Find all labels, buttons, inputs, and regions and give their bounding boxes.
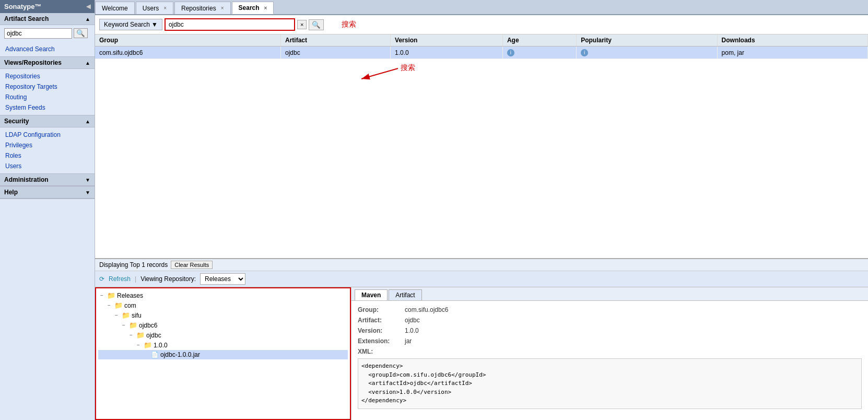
tree-node-ojdbc[interactable]: − 📁 ojdbc <box>98 330 348 340</box>
tree-expander-sifu: − <box>113 312 120 318</box>
help-arrow: ▼ <box>85 190 90 195</box>
privileges-link[interactable]: Privileges <box>0 140 95 150</box>
detail-tab-artifact-label: Artifact <box>395 291 415 299</box>
viewing-label: Viewing Repository: <box>140 275 196 283</box>
tree-folder-icon-100: 📁 <box>144 341 152 349</box>
app-title-bar: Sonatype™ ◀ <box>0 0 95 13</box>
artifact-search-go-button[interactable]: 🔍 <box>74 28 88 38</box>
results-table: Group Artifact Version Age Popularity Do… <box>95 34 868 59</box>
tree-expander-100: − <box>135 342 142 348</box>
artifact-search-header[interactable]: Artifact Search ▲ <box>0 13 95 25</box>
security-header[interactable]: Security ▲ <box>0 115 95 127</box>
status-bar: Displaying Top 1 records Clear Results <box>95 259 868 271</box>
tree-node-releases[interactable]: − 📁 Releases <box>98 290 348 300</box>
xml-content: <dependency> <groupId>com.sifu.ojdbc6</g… <box>361 362 858 405</box>
results-area: Group Artifact Version Age Popularity Do… <box>95 34 868 258</box>
svg-line-1 <box>361 68 398 79</box>
tab-search-close-icon[interactable]: × <box>264 5 267 11</box>
administration-label: Administration <box>4 176 49 183</box>
detail-group-label: Group: <box>358 306 405 313</box>
tree-node-100[interactable]: − 📁 1.0.0 <box>98 340 348 350</box>
sidebar-collapse-icon[interactable]: ◀ <box>86 3 90 10</box>
detail-tab-maven-label: Maven <box>361 291 381 299</box>
cell-age: i <box>502 46 576 59</box>
bottom-content: − 📁 Releases − 📁 com − 📁 sifu <box>95 287 868 420</box>
views-repos-label: Views/Repositories <box>4 59 62 66</box>
tree-label-ojdbc: ojdbc <box>146 332 161 339</box>
tab-repositories-close-icon[interactable]: × <box>221 5 224 11</box>
roles-link[interactable]: Roles <box>0 150 95 161</box>
bottom-toolbar: ⟳ Refresh | Viewing Repository: Releases… <box>95 271 868 287</box>
repository-targets-link[interactable]: Repository Targets <box>0 81 95 92</box>
keyword-search-input[interactable] <box>165 18 295 31</box>
repositories-link[interactable]: Repositories <box>0 71 95 81</box>
views-repos-arrow: ▲ <box>85 60 90 66</box>
repo-select[interactable]: Releases Snapshots All <box>200 273 245 285</box>
detail-artifact-label: Artifact: <box>358 317 405 324</box>
detail-panel: Maven Artifact Group: com.sifu.ojdbc6 Ar… <box>351 287 868 420</box>
detail-row-extension: Extension: jar <box>358 337 862 345</box>
help-header[interactable]: Help ▼ <box>0 186 95 199</box>
detail-tab-bar: Maven Artifact <box>351 287 868 301</box>
system-feeds-link[interactable]: System Feeds <box>0 102 95 113</box>
tab-bar: Welcome Users × Repositories × Search × <box>95 0 868 15</box>
security-links: LDAP Configuration Privileges Roles User… <box>0 127 95 173</box>
search-clear-button[interactable]: × <box>297 20 307 29</box>
detail-extension-label: Extension: <box>358 337 405 345</box>
tree-file-icon-jar: 📄 <box>151 351 159 358</box>
views-repos-header[interactable]: Views/Repositories ▲ <box>0 57 95 69</box>
tab-users-close-icon[interactable]: × <box>163 5 167 11</box>
artifact-search-input[interactable] <box>4 28 72 39</box>
app-title: Sonatype™ <box>4 3 42 10</box>
cell-artifact: ojdbc <box>281 46 391 59</box>
displaying-text: Displaying Top 1 records <box>99 261 168 269</box>
toolbar-separator: | <box>135 275 136 283</box>
administration-header[interactable]: Administration ▼ <box>0 174 95 186</box>
tree-expander-com: − <box>105 302 113 308</box>
search-go-button[interactable]: 🔍 <box>309 19 324 30</box>
tab-users[interactable]: Users × <box>136 2 173 14</box>
keyword-search-button[interactable]: Keyword Search ▼ <box>99 19 162 30</box>
detail-tab-artifact[interactable]: Artifact <box>389 289 421 300</box>
sidebar: Sonatype™ ◀ Artifact Search ▲ 🔍 Advanced… <box>0 0 95 420</box>
search-bar: Keyword Search ▼ × 🔍 搜索 <box>95 15 868 34</box>
detail-tab-maven[interactable]: Maven <box>355 289 388 300</box>
refresh-label[interactable]: Refresh <box>109 275 131 283</box>
artifact-search-links: Advanced Search <box>0 42 95 56</box>
col-artifact: Artifact <box>281 34 391 46</box>
tree-folder-icon-com: 📁 <box>114 301 123 309</box>
cell-popularity: i <box>577 46 717 59</box>
tree-folder-icon-ojdbc6: 📁 <box>129 321 137 329</box>
tree-node-sifu[interactable]: − 📁 sifu <box>98 310 348 320</box>
tree-node-ojdbc6[interactable]: − 📁 ojdbc6 <box>98 320 348 330</box>
tab-repositories[interactable]: Repositories × <box>174 2 231 14</box>
tree-node-jar[interactable]: 📄 ojdbc-1.0.0.jar <box>98 350 348 359</box>
search-arrow-annotation: 搜索 <box>356 66 419 88</box>
popularity-info-icon[interactable]: i <box>581 49 588 56</box>
tree-folder-icon-ojdbc: 📁 <box>136 331 145 339</box>
keyword-search-label: Keyword Search <box>104 21 150 28</box>
detail-xml-label: XML: <box>358 348 405 355</box>
col-downloads: Downloads <box>717 34 867 46</box>
detail-content: Group: com.sifu.ojdbc6 Artifact: ojdbc V… <box>351 301 868 414</box>
tab-search[interactable]: Search × <box>232 2 274 14</box>
refresh-icon[interactable]: ⟳ <box>99 275 104 283</box>
age-info-icon[interactable]: i <box>507 49 514 56</box>
tab-search-label: Search <box>239 4 260 11</box>
search-annotation: 搜索 <box>342 20 356 29</box>
tab-repositories-label: Repositories <box>181 5 216 12</box>
users-link[interactable]: Users <box>0 161 95 171</box>
tree-label-releases: Releases <box>117 292 143 299</box>
detail-row-group: Group: com.sifu.ojdbc6 <box>358 306 862 313</box>
clear-results-button[interactable]: Clear Results <box>171 261 213 269</box>
detail-row-xml: XML: <box>358 348 862 355</box>
table-row[interactable]: com.sifu.ojdbc6 ojdbc 1.0.0 i i pom, jar <box>95 46 868 59</box>
advanced-search-link[interactable]: Advanced Search <box>0 44 95 54</box>
tree-label-100: 1.0.0 <box>154 342 168 349</box>
tab-users-label: Users <box>143 5 159 12</box>
routing-link[interactable]: Routing <box>0 92 95 102</box>
ldap-config-link[interactable]: LDAP Configuration <box>0 130 95 140</box>
tree-node-com[interactable]: − 📁 com <box>98 300 348 310</box>
tab-welcome[interactable]: Welcome <box>95 2 135 14</box>
artifact-search-arrow: ▲ <box>85 16 90 22</box>
